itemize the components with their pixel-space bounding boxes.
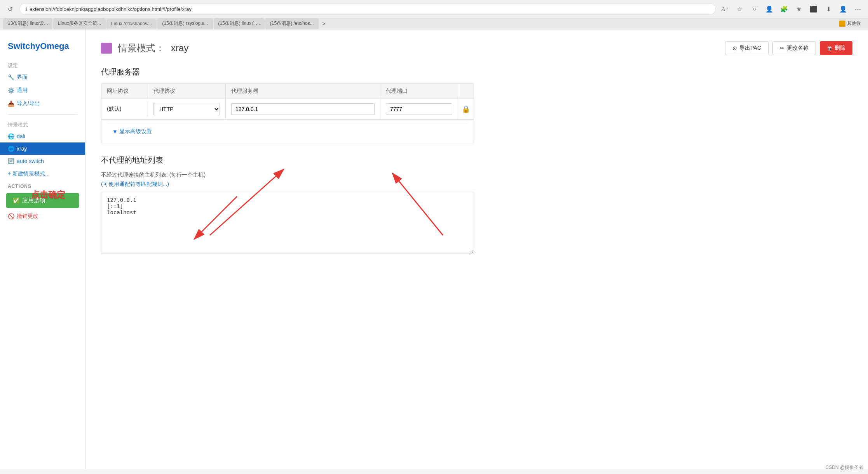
tab-3[interactable]: Linux /etc/shadow... [106, 19, 157, 29]
switch-icon: 🔄 [8, 158, 14, 164]
proxy-table-header: 网址协议 代理协议 代理服务器 代理端口 [101, 84, 474, 99]
export-pac-label: 导出PAC [739, 45, 761, 52]
no-proxy-textarea-container: 127.0.0.1 [::1] localhost [101, 192, 474, 255]
rename-button[interactable]: ✏ 更改名称 [772, 41, 816, 55]
extensions-button[interactable]: 🧩 [779, 3, 790, 14]
proxy-table: 网址协议 代理协议 代理服务器 代理端口 (默认) HTTP HTTPS SOC… [101, 83, 474, 143]
read-mode-button[interactable]: 𝐴↑ [720, 3, 730, 14]
no-proxy-description: 不经过代理连接的主机列表: (每行一个主机) [101, 172, 474, 179]
rename-label: 更改名称 [787, 45, 809, 52]
tab-more-button[interactable]: > [319, 18, 329, 29]
globe-icon-xray: 🌐 [8, 146, 14, 152]
more-button[interactable]: ⋯ [852, 3, 863, 14]
page-label: 情景模式： [118, 42, 165, 54]
sidebar-item-interface[interactable]: 🔧 界面 [0, 71, 85, 84]
tab-1[interactable]: 13条消息) linux设... [3, 18, 52, 29]
address-bar: ↺ ℹ extension://fdbloeknjpnloaggplaobopp… [0, 0, 868, 18]
sidebar-item-auto-switch-label: auto switch [17, 158, 44, 164]
profile-color-indicator [101, 43, 112, 54]
delete-button[interactable]: 🗑 删除 [820, 41, 852, 55]
profile-button[interactable]: 👤 [764, 3, 775, 14]
proxy-protocol-select[interactable]: HTTP HTTPS SOCKS4 SOCKS5 [153, 103, 220, 115]
tab-5[interactable]: (15条消息) linux自... [214, 18, 265, 29]
rename-icon: ✏ [780, 45, 784, 51]
cell-proxy-server [226, 99, 380, 119]
page-title-group: 情景模式： xray [101, 42, 188, 54]
favorites-button[interactable]: ☆ [734, 3, 745, 14]
tab-2[interactable]: Linux服务器安全策... [53, 18, 106, 29]
user-avatar-button[interactable]: 👤 [838, 3, 849, 14]
tab-6[interactable]: (15条消息) /etc/hos... [265, 18, 319, 29]
wrench-icon: 🔧 [8, 74, 14, 80]
sidebar-item-general[interactable]: ⚙️ 通用 [0, 84, 85, 97]
actions-label: ACTIONS [0, 181, 85, 191]
url-text: extension://fdbloeknjpnloaggplaobopplkdh… [30, 6, 192, 12]
sidebar-divider [8, 114, 77, 115]
url-bar[interactable]: ℹ extension://fdbloeknjpnloaggplaobopplk… [19, 3, 716, 15]
col-proxy-protocol: 代理协议 [148, 84, 226, 99]
delete-icon: 🗑 [827, 45, 832, 51]
cell-url-protocol: (默认) [101, 102, 148, 116]
chevron-down-icon: ▼ [112, 128, 118, 135]
sidebar-item-import-export-label: 导入/导出 [17, 100, 40, 107]
cell-proxy-protocol: HTTP HTTPS SOCKS4 SOCKS5 [148, 99, 226, 119]
downloads-button[interactable]: ⬇ [823, 3, 834, 14]
cancel-button-label: 撤销更改 [17, 213, 38, 220]
lock-icon: 🔒 [462, 105, 470, 113]
tabs-bar: 13条消息) linux设... Linux服务器安全策... Linux /e… [0, 18, 868, 29]
cell-lock: 🔒 [458, 101, 474, 117]
sidebar-item-import-export[interactable]: 📥 导入/导出 [0, 97, 85, 110]
col-proxy-server: 代理服务器 [226, 84, 380, 99]
advanced-settings-row: ▼ 显示高级设置 [101, 120, 474, 143]
wildcard-link[interactable]: (可使用通配符等匹配规则...) [101, 181, 169, 188]
main-content: 情景模式： xray ⊙ 导出PAC ✏ 更改名称 🗑 删除 代理服务器 [85, 30, 868, 469]
no-proxy-title: 不代理的地址列表 [101, 155, 474, 165]
other-tabs[interactable]: 其他收 [835, 19, 865, 28]
apply-check-icon: ✅ [12, 197, 20, 204]
apply-button[interactable]: ✅ 应用选项 [6, 193, 79, 208]
delete-label: 删除 [835, 45, 845, 52]
export-pac-button[interactable]: ⊙ 导出PAC [725, 41, 769, 55]
col-url-protocol: 网址协议 [101, 84, 148, 99]
profiles-section-label: 情景模式 [0, 118, 85, 130]
sidebar-item-auto-switch[interactable]: 🔄 auto switch [0, 155, 85, 167]
sidebar-item-xray-label: xray [17, 146, 27, 152]
proxy-table-row: (默认) HTTP HTTPS SOCKS4 SOCKS5 🔒 [101, 99, 474, 120]
browser-chrome: ↺ ℹ extension://fdbloeknjpnloaggplaobopp… [0, 0, 868, 30]
proxy-port-input[interactable] [386, 103, 452, 115]
proxy-server-input[interactable] [231, 103, 375, 115]
proxy-section-title: 代理服务器 [101, 67, 852, 77]
cancel-icon: 🚫 [8, 213, 14, 219]
sidebar-item-dali[interactable]: 🌐 dali [0, 130, 85, 142]
sidebar-item-xray[interactable]: 🌐 xray [0, 142, 85, 155]
new-profile-label: + 新建情景模式... [8, 170, 50, 177]
advanced-settings-link[interactable]: ▼ 显示高级设置 [107, 124, 468, 139]
app-container: SwitchyOmega 设定 🔧 界面 ⚙️ 通用 📥 导入/导出 情景模式 … [0, 30, 868, 469]
sidebar-item-dali-label: dali [17, 133, 25, 139]
collections-button[interactable]: ⬛ [808, 3, 819, 14]
tab-4[interactable]: (15条消息) rsyslog.s... [157, 18, 213, 29]
apply-button-label: 应用选项 [22, 197, 45, 204]
col-proxy-port: 代理端口 [380, 84, 458, 99]
sidebar-item-new-profile[interactable]: + 新建情景模式... [0, 167, 85, 181]
col-lock [458, 84, 474, 99]
sidebar-brand: SwitchyOmega [0, 37, 85, 59]
page-actions: ⊙ 导出PAC ✏ 更改名称 🗑 删除 [725, 41, 852, 55]
globe-icon-dali: 🌐 [8, 133, 14, 139]
refresh-button[interactable]: ↺ [5, 3, 16, 14]
page-header: 情景模式： xray ⊙ 导出PAC ✏ 更改名称 🗑 删除 [101, 41, 852, 55]
no-proxy-section: 不代理的地址列表 不经过代理连接的主机列表: (每行一个主机) (可使用通配符等… [101, 155, 474, 255]
bookmarks-button[interactable]: ★ [793, 3, 804, 14]
import-export-icon: 📥 [8, 101, 14, 107]
watermark: CSDN @摸鱼圣者 [825, 464, 863, 469]
no-proxy-textarea[interactable]: 127.0.0.1 [::1] localhost [101, 192, 474, 254]
page-title: xray [171, 43, 188, 54]
sidebar-item-general-label: 通用 [17, 87, 28, 94]
gear-icon: ⚙️ [8, 87, 14, 94]
export-pac-icon: ⊙ [732, 45, 737, 51]
cancel-button[interactable]: 🚫 撤销更改 [6, 210, 40, 222]
sidebar-item-interface-label: 界面 [17, 74, 28, 81]
cell-proxy-port [380, 99, 458, 119]
settings-section-label: 设定 [0, 59, 85, 71]
circle-button[interactable]: ○ [749, 3, 760, 14]
